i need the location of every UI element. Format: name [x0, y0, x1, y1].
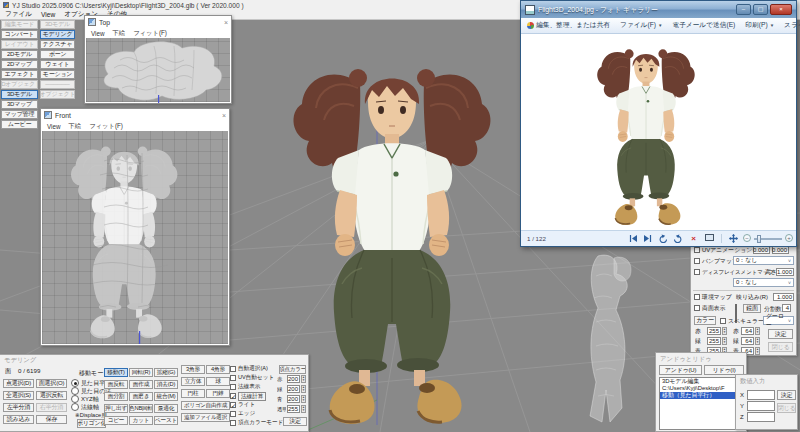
option-checkbox[interactable]: ライト [230, 401, 282, 409]
sidebar-mode-button[interactable]: 2Dモデル [1, 50, 38, 59]
previous-icon[interactable] [629, 234, 638, 243]
edit-button[interactable]: 消去(D) [154, 380, 178, 389]
edit-button[interactable]: 回転(R) [129, 368, 153, 377]
next-icon[interactable] [643, 234, 652, 243]
zoom-out-icon[interactable]: − [743, 234, 751, 242]
top-window-titlebar[interactable]: Top × [85, 16, 231, 28]
bump-map-row[interactable]: バンプマップ [694, 257, 738, 265]
poly-free-button[interactable]: ポリゴン自由作成 [181, 401, 230, 410]
vertex-color-button[interactable]: 頂点カラー [279, 365, 306, 374]
env-map-row[interactable]: 環境マップ [694, 293, 732, 301]
color-field[interactable]: 255 [707, 337, 721, 345]
sidebar-mode-button[interactable]: コンバート [1, 30, 38, 39]
option-checkbox[interactable]: 自動選択(A) [230, 365, 282, 373]
file-menu[interactable]: ファイル(F)▼ [620, 21, 662, 30]
actual-size-icon[interactable] [729, 234, 738, 243]
axis-input[interactable] [747, 401, 775, 411]
edit-button[interactable]: 移動(T) [104, 368, 128, 377]
photo-image-area[interactable] [521, 34, 796, 233]
spinner[interactable] [755, 347, 760, 355]
reflect-field[interactable]: 1.000 [773, 293, 794, 301]
two-sided-row[interactable]: 両面表示 [694, 304, 726, 312]
front-window-titlebar[interactable]: Front × [41, 109, 229, 121]
color-field[interactable]: 255 [287, 405, 300, 413]
add-file-button[interactable]: 追加ファイル選択 [181, 413, 230, 422]
numeric-close-button[interactable]: 閉じる [777, 403, 796, 413]
numeric-ok-button[interactable]: 決定 [777, 390, 796, 400]
displacement-map-row[interactable]: ディスプレイスメントマップ [694, 268, 774, 276]
undo-history-item[interactable]: 3Dモデル編集 [660, 378, 743, 385]
spinner[interactable] [301, 385, 306, 393]
sidebar-mode-button[interactable]: 3Dオブジェクト [1, 80, 38, 89]
print-menu[interactable]: 印刷(P)▼ [745, 21, 774, 30]
minimize-button[interactable]: – [736, 4, 751, 15]
sidebar-mode-button[interactable]: 3Dマップ [1, 100, 38, 109]
photo-gallery-window[interactable]: Flight3D_2004.jpg - フォト ギャラリー – ▢ × 編集、整… [520, 0, 797, 247]
uv-anim-value1[interactable]: 0.000 [753, 246, 770, 254]
bump-map-select[interactable]: 0：なし [733, 256, 794, 265]
modeling-button[interactable]: 選択反転 [36, 391, 67, 400]
checkbox[interactable] [694, 294, 700, 300]
specular-row[interactable]: スペキュラー [720, 317, 764, 325]
spinner[interactable] [755, 327, 760, 335]
color-field[interactable]: 255 [707, 327, 721, 335]
shading-select[interactable]: グーロー [763, 316, 794, 325]
maximize-button[interactable]: ▢ [753, 4, 768, 15]
undo-button[interactable]: アンドゥ(U) [659, 365, 702, 375]
sidebar-tool-button[interactable]: モーション [40, 70, 75, 79]
zoom-slider-handle[interactable] [757, 235, 761, 243]
viewport-menu-item[interactable]: フィット(F) [133, 29, 167, 38]
shape-button[interactable]: 球 [206, 377, 230, 386]
menu-item[interactable]: View [41, 11, 55, 18]
option-checkbox[interactable]: 頂点カラーモード [230, 419, 282, 427]
option-checkbox[interactable]: 法線計算 [230, 392, 282, 400]
sidebar-mode-button[interactable]: マップ管理 [1, 110, 38, 119]
material-close-button[interactable]: 閉じる [768, 342, 793, 352]
viewport-menu-item[interactable]: 下絵 [69, 122, 82, 131]
photo-titlebar[interactable]: Flight3D_2004.jpg - フォト ギャラリー – ▢ × [521, 1, 796, 18]
material-ok-button[interactable]: 決定 [768, 329, 793, 339]
shape-button[interactable]: 円柱 [181, 389, 205, 398]
viewport-menu-item[interactable]: View [91, 30, 105, 37]
sidebar-tool-button[interactable]: モデリング [40, 30, 75, 39]
color-field[interactable]: 64 [741, 327, 754, 335]
color-field[interactable]: 200 [287, 395, 300, 403]
email-button[interactable]: 電子メールで送信(E) [672, 21, 735, 30]
checkbox[interactable] [694, 258, 700, 264]
edit-button[interactable]: コピー [104, 416, 128, 425]
spinner[interactable] [722, 327, 727, 335]
edit-button[interactable]: 統合(M) [154, 392, 178, 401]
zoom-in-icon[interactable]: + [785, 234, 793, 242]
viewport-menu-item[interactable]: フィット(F) [89, 122, 123, 131]
modeling-button[interactable]: 右半分消 [36, 403, 67, 412]
delete-icon[interactable]: × [689, 234, 698, 243]
vc-ok-button[interactable]: 決定 [283, 417, 307, 426]
option-checkbox[interactable]: エッジ [230, 410, 282, 418]
color-field[interactable]: 200 [287, 375, 300, 383]
undo-history-list[interactable]: 3Dモデル編集C:\Users\Kyji\Desktop\F移動（見た目平行） [659, 377, 744, 430]
shape-button[interactable]: 4角形 [206, 365, 230, 374]
modeling-button[interactable]: 保存 [36, 415, 67, 424]
organize-menu[interactable]: 編集、整理、または共有 [527, 21, 610, 30]
close-icon[interactable]: × [224, 19, 228, 26]
edit-button[interactable]: 拡縮(G) [154, 368, 178, 377]
color-field[interactable]: 64 [741, 337, 754, 345]
spinner[interactable] [755, 337, 760, 345]
sidebar-tool-button[interactable]: オブジェクト [40, 90, 75, 99]
sidebar-mode-button[interactable]: 3Dモデル [1, 90, 38, 99]
rotate-right-icon[interactable] [673, 234, 682, 243]
front-view-canvas[interactable] [42, 131, 228, 344]
sidebar-tool-button[interactable]: ウェイト [40, 60, 75, 69]
spinner[interactable] [301, 405, 306, 413]
edit-button[interactable]: 面反転 [104, 380, 128, 389]
edit-button[interactable]: 面磨き [129, 392, 153, 401]
sidebar-mode-button[interactable]: ムービー [1, 120, 38, 129]
sidebar-mode-button[interactable]: エフェクト [1, 70, 38, 79]
edit-button[interactable]: カット [129, 416, 153, 425]
slideshow-button[interactable]: スライド ショー(S) [784, 21, 800, 30]
axis-input[interactable] [747, 390, 775, 400]
shape-button[interactable]: 3角形 [181, 365, 205, 374]
viewport-menu-item[interactable]: 下絵 [113, 29, 126, 38]
option-checkbox[interactable]: UV自動セット [230, 374, 282, 382]
sidebar-mode-button[interactable]: レイアウト [1, 40, 38, 49]
